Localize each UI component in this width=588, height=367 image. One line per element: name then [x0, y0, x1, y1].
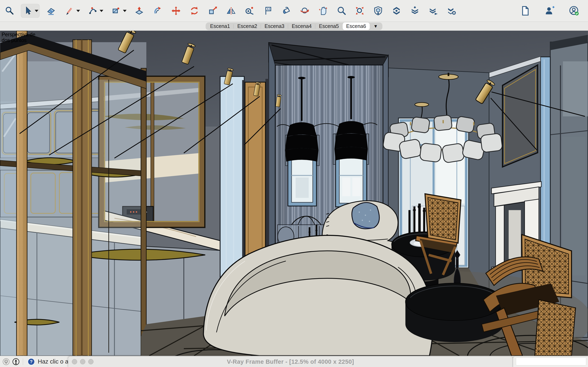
- select-tool-group: [21, 4, 40, 18]
- help-icon[interactable]: ?: [27, 358, 35, 365]
- vray-settings-tool-group: [445, 4, 458, 18]
- move-tool-group: [169, 4, 183, 18]
- account-tool-group: [567, 4, 581, 18]
- tab-escena5[interactable]: Escena5: [315, 22, 342, 30]
- push-pull-tool-group: [132, 4, 146, 18]
- shapes-tool-group: [109, 4, 128, 18]
- accent-pillow: [352, 202, 379, 229]
- pan-tool-group: [316, 4, 330, 18]
- scale-tool-group: [206, 4, 220, 18]
- line-tool-button[interactable]: [64, 5, 75, 17]
- text-tool-group: A1: [261, 4, 275, 18]
- account-tool-button[interactable]: [568, 5, 580, 17]
- vray-frame-buffer-window[interactable]: V-Ray Frame Buffer - [12.5% of 4000 x 22…: [68, 356, 513, 367]
- push-pull-tool-button[interactable]: [134, 5, 145, 17]
- new-model-tool-button[interactable]: [519, 5, 531, 17]
- scene-tabs-overflow-button[interactable]: ▼: [370, 22, 381, 30]
- model-library-tool-group: [371, 4, 385, 18]
- instructor-icon[interactable]: [12, 358, 20, 365]
- viewport-3d[interactable]: Perspectiva de dos puntos: [0, 31, 588, 356]
- zoom-extents-tool-button[interactable]: [354, 5, 365, 17]
- viewport-3d-scene: [0, 31, 588, 356]
- window-zoom-button[interactable]: [88, 359, 94, 364]
- paint-bucket-tool-button[interactable]: [281, 5, 292, 17]
- line-tool-group: [62, 4, 81, 18]
- vray-render-tool-button[interactable]: [409, 5, 421, 17]
- toolbar-tools: A1: [0, 4, 458, 18]
- zoom-tool-group: [334, 4, 348, 18]
- new-model-tool-group: [518, 4, 532, 18]
- text-tool-button[interactable]: A1: [262, 5, 274, 17]
- shapes-dropdown-caret[interactable]: [123, 10, 127, 12]
- search-tool-button[interactable]: [4, 5, 15, 17]
- tab-escena3[interactable]: Escena3: [261, 22, 288, 30]
- shapes-tool-button[interactable]: [110, 5, 122, 17]
- eraser-tool-button[interactable]: [45, 5, 57, 17]
- vray-asset-editor-tool-button[interactable]: [391, 5, 402, 17]
- flip-tool-button[interactable]: [225, 5, 237, 17]
- add-collaborator-tool-button[interactable]: [544, 5, 555, 17]
- svg-text:?: ?: [30, 359, 33, 364]
- tab-escena2[interactable]: Escena2: [233, 22, 261, 30]
- scale-tool-button[interactable]: [207, 5, 218, 17]
- toolbar-account-tools: [518, 0, 581, 22]
- offset-tool-group: [151, 4, 164, 18]
- secondary-window-field: [516, 358, 586, 365]
- tape-measure-tool-group: [242, 4, 256, 18]
- flip-tool-group: [224, 4, 238, 18]
- add-collaborator-tool-group: [543, 4, 557, 18]
- scene-tab-strip: Escena1Escena2Escena3Escena4Escena5Escen…: [0, 22, 588, 31]
- tab-escena1[interactable]: Escena1: [207, 22, 233, 30]
- eraser-tool-group: [44, 4, 58, 18]
- statusbar-divider: [23, 359, 23, 365]
- move-tool-button[interactable]: [170, 5, 182, 17]
- tab-escena4[interactable]: Escena4: [288, 22, 315, 30]
- select-dropdown-caret[interactable]: [35, 10, 38, 12]
- pan-tool-button[interactable]: [317, 5, 329, 17]
- rotate-tool-button[interactable]: [189, 5, 200, 17]
- paint-bucket-tool-group: [279, 4, 293, 18]
- tab-escena6[interactable]: Escena6: [343, 22, 370, 30]
- zoom-tool-button[interactable]: [336, 5, 347, 17]
- line-dropdown-caret[interactable]: [76, 10, 80, 12]
- orbit-tool-button[interactable]: [299, 5, 310, 17]
- window-minimize-button[interactable]: [80, 359, 85, 364]
- vray-settings-tool-button[interactable]: [446, 5, 457, 17]
- window-controls: [72, 359, 94, 364]
- zoom-extents-tool-group: [353, 4, 367, 18]
- vray-render-tool-group: [408, 4, 422, 18]
- arcs-tool-button[interactable]: [87, 5, 98, 17]
- vray-batch-render-tool-group: [426, 4, 440, 18]
- window-close-button[interactable]: [72, 359, 77, 364]
- arcs-tool-group: [86, 4, 104, 18]
- vray-batch-render-tool-button[interactable]: [428, 5, 439, 17]
- model-library-tool-button[interactable]: [372, 5, 384, 17]
- select-tool-button[interactable]: [22, 5, 34, 17]
- main-toolbar: A1: [0, 0, 588, 22]
- secondary-window-edge[interactable]: [513, 356, 588, 367]
- search-tool-group: [2, 4, 16, 18]
- orbit-tool-group: [298, 4, 311, 18]
- vfb-window-title: V-Ray Frame Buffer - [12.5% of 4000 x 22…: [68, 359, 513, 365]
- geolocation-icon[interactable]: [2, 358, 10, 365]
- rotate-tool-group: [187, 4, 201, 18]
- scene-tabs: Escena1Escena2Escena3Escena4Escena5Escen…: [206, 22, 382, 30]
- tape-measure-tool-button[interactable]: [244, 5, 255, 17]
- offset-tool-button[interactable]: [152, 5, 163, 17]
- vray-asset-editor-tool-group: [389, 4, 403, 18]
- arcs-dropdown-caret[interactable]: [100, 10, 103, 12]
- camera-mode-label: Perspectiva de dos puntos: [2, 32, 40, 43]
- svg-text:A1: A1: [267, 8, 270, 11]
